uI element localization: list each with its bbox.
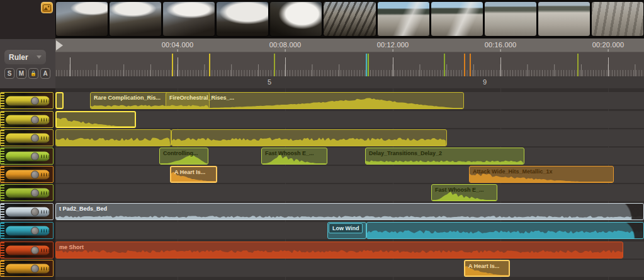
fade-out-handle[interactable] bbox=[609, 204, 643, 219]
track-lane[interactable] bbox=[55, 129, 644, 146]
timeline-ruler[interactable]: 00:04.00000:08.00000:12.00000:16.00000:2… bbox=[55, 38, 644, 52]
film-frame[interactable] bbox=[55, 1, 108, 37]
audio-clip[interactable]: Attack Wide_Hits_Metallic_1x bbox=[469, 166, 614, 183]
video-filmstrip bbox=[55, 0, 644, 38]
track-lane[interactable]: Fast Whoosh E_... bbox=[55, 184, 644, 201]
track-header-column bbox=[0, 88, 55, 280]
film-frame[interactable] bbox=[323, 1, 376, 37]
volume-knob[interactable] bbox=[31, 226, 39, 235]
track-header[interactable] bbox=[0, 92, 54, 109]
corner-panel bbox=[0, 0, 55, 38]
track-header[interactable] bbox=[0, 148, 54, 165]
volume-knob[interactable] bbox=[31, 96, 39, 105]
ruler-mode-dropdown[interactable]: Ruler bbox=[4, 50, 46, 64]
level-meter bbox=[1, 204, 4, 219]
solo-button[interactable]: S bbox=[4, 68, 14, 79]
ruler-tick-area[interactable] bbox=[55, 52, 644, 76]
clip-label: Controlling... bbox=[160, 149, 201, 157]
track-lane[interactable]: me Short bbox=[55, 242, 644, 259]
slider-scale-dots bbox=[41, 267, 51, 270]
film-frame[interactable] bbox=[216, 1, 269, 37]
track-lane[interactable]: Controlling...Fast Whoosh E_...Delay_Tra… bbox=[55, 148, 644, 165]
track-lane[interactable]: Rare Complication_Ris...FireOrchestral_R… bbox=[55, 92, 644, 109]
mute-button[interactable]: M bbox=[16, 68, 26, 79]
level-meter bbox=[1, 93, 4, 108]
track-header[interactable] bbox=[0, 166, 54, 183]
audio-clip[interactable]: Fast Whoosh E_... bbox=[431, 184, 497, 201]
ruler-timecode: 00:16.000 bbox=[485, 41, 517, 49]
waveform bbox=[57, 116, 136, 127]
media-thumbnails-toggle-button[interactable] bbox=[41, 2, 53, 13]
level-meter bbox=[1, 242, 4, 258]
clip-label: Delay_Transitions_Delay_2 bbox=[366, 149, 444, 157]
track-header[interactable] bbox=[0, 184, 54, 201]
track-header[interactable] bbox=[0, 203, 54, 220]
film-frame[interactable] bbox=[431, 1, 483, 37]
audio-clip[interactable] bbox=[55, 92, 64, 109]
film-frame[interactable] bbox=[269, 1, 322, 37]
bar-number: 5 bbox=[268, 78, 271, 86]
waveform bbox=[56, 211, 644, 219]
arm-button[interactable]: A bbox=[40, 68, 50, 79]
volume-knob[interactable] bbox=[31, 207, 39, 216]
clip-marker bbox=[172, 54, 173, 76]
audio-clip[interactable] bbox=[55, 111, 136, 128]
volume-knob[interactable] bbox=[31, 134, 39, 142]
track-header[interactable] bbox=[0, 260, 54, 277]
audio-clip[interactable]: FireOrchestral_Rises_... bbox=[166, 92, 464, 109]
level-meter bbox=[1, 166, 4, 182]
film-frame[interactable] bbox=[484, 1, 537, 37]
audio-clip[interactable]: t Pad2_Beds_Bed bbox=[55, 203, 644, 220]
volume-knob[interactable] bbox=[31, 170, 39, 178]
audio-clip[interactable]: A Heart Is... bbox=[464, 260, 510, 277]
audio-clip[interactable]: Delay_Transitions_Delay_2 bbox=[365, 148, 524, 165]
clip-marker bbox=[444, 54, 445, 76]
playhead-icon[interactable] bbox=[56, 40, 63, 50]
film-frame[interactable] bbox=[162, 1, 215, 37]
track-lane[interactable]: A Heart Is...Attack Wide_Hits_Metallic_1… bbox=[55, 166, 644, 183]
waveform bbox=[56, 135, 171, 146]
ruler-timecode: 00:20.000 bbox=[592, 41, 624, 49]
track-header[interactable] bbox=[0, 129, 54, 146]
track-header[interactable] bbox=[0, 111, 54, 128]
volume-knob[interactable] bbox=[31, 152, 39, 160]
slider-scale-dots bbox=[41, 173, 51, 176]
volume-knob[interactable] bbox=[31, 189, 39, 197]
film-frame[interactable] bbox=[538, 1, 590, 37]
film-frame[interactable] bbox=[109, 1, 162, 37]
audio-clip[interactable]: Low Wind bbox=[327, 222, 366, 239]
clip-label: Rare Complication_Ris... bbox=[91, 93, 163, 102]
slider-scale-dots bbox=[41, 191, 51, 194]
volume-knob[interactable] bbox=[31, 115, 39, 124]
waveform bbox=[367, 228, 644, 238]
audio-clip[interactable] bbox=[366, 222, 644, 239]
fade-out-handle[interactable] bbox=[615, 223, 643, 238]
clip-label: me Short bbox=[56, 243, 86, 251]
track-lane[interactable]: Low Wind bbox=[55, 222, 644, 239]
clip-label: t Pad2_Beds_Bed bbox=[56, 204, 110, 213]
lock-icon[interactable]: 🔒 bbox=[28, 68, 38, 79]
film-frame[interactable] bbox=[591, 1, 644, 37]
track-header[interactable] bbox=[0, 242, 54, 259]
audio-timeline-editor: Ruler SM🔒A 00:04.00000:08.00000:12.00000… bbox=[0, 0, 644, 280]
slider-scale-dots bbox=[41, 155, 51, 158]
audio-clip[interactable]: Controlling... bbox=[159, 148, 208, 165]
waveform bbox=[172, 135, 447, 146]
track-lane[interactable]: A Heart Is... bbox=[55, 260, 644, 277]
track-lane[interactable]: t Pad2_Beds_Bed bbox=[55, 203, 644, 220]
film-frame[interactable] bbox=[377, 1, 430, 37]
audio-clip[interactable]: Fast Whoosh E_... bbox=[261, 148, 327, 165]
volume-knob[interactable] bbox=[31, 246, 39, 254]
audio-clip[interactable]: me Short bbox=[55, 242, 623, 259]
audio-clip[interactable] bbox=[55, 129, 171, 146]
audio-clip[interactable]: A Heart Is... bbox=[170, 166, 217, 183]
ruler-control-panel: Ruler SM🔒A bbox=[0, 38, 55, 88]
track-lane[interactable] bbox=[55, 111, 644, 128]
track-header[interactable] bbox=[0, 222, 54, 239]
volume-knob[interactable] bbox=[31, 264, 39, 272]
timeline-body[interactable]: Rare Complication_Ris...FireOrchestral_R… bbox=[55, 88, 644, 280]
audio-clip[interactable] bbox=[171, 129, 447, 146]
clip-marker bbox=[368, 54, 369, 76]
clip-marker bbox=[464, 54, 465, 76]
bar-number-band: 59 bbox=[55, 76, 644, 88]
